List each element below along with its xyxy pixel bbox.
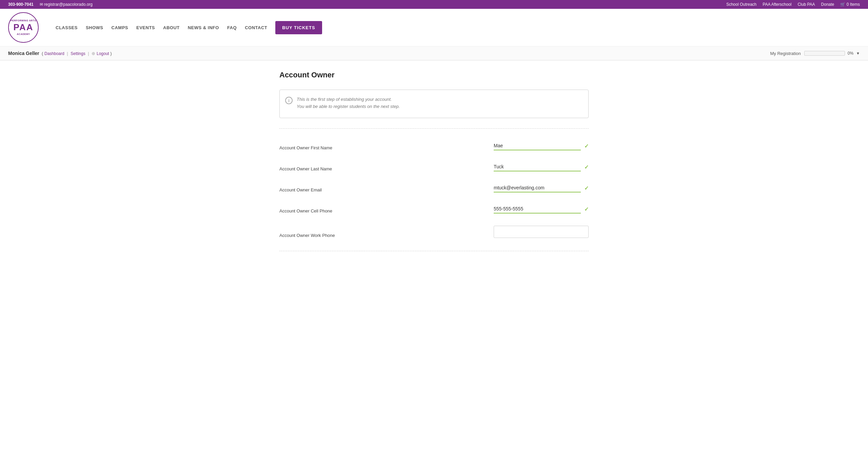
top-bar-left: 303-900-7041 ✉ registrar@paacolorado.org [8,2,93,7]
nav-news-info[interactable]: NEWS & INFO [184,23,222,32]
check-icon-1: ✓ [584,164,589,170]
email-input[interactable] [494,184,581,192]
nav-about[interactable]: ABOUT [160,23,183,32]
cell-phone-input[interactable] [494,205,581,213]
field-wrap-2: ✓ [494,184,589,192]
check-icon-3: ✓ [584,206,589,212]
nav-classes[interactable]: CLASSES [52,23,81,32]
paa-afterschool-link[interactable]: PAA Afterschool [763,2,791,7]
info-next-text: You will be able to register students on… [297,104,581,109]
cart-icon: 🛒 [840,2,845,7]
field-label-1: Account Owner Last Name [279,166,487,171]
form-row-1: Account Owner Last Name✓ [279,156,589,178]
top-bar: 303-900-7041 ✉ registrar@paacolorado.org… [0,0,868,9]
field-wrap-0: ✓ [494,142,589,150]
settings-link[interactable]: Settings [71,51,85,56]
dashboard-link[interactable]: Dashboard [44,51,64,56]
page-title: Account Owner [279,71,589,79]
field-label-0: Account Owner First Name [279,145,487,150]
check-icon-0: ✓ [584,143,589,149]
check-icon-2: ✓ [584,185,589,191]
top-bar-right: School Outreach PAA Afterschool Club PAA… [726,2,860,7]
divider-bottom [279,251,589,251]
nav-faq[interactable]: FAQ [224,23,240,32]
user-bar: Monica Geller ( Dashboard | Settings | ⊕… [0,46,868,60]
cart-link[interactable]: 🛒 0 Items [840,2,860,7]
form-row-3: Account Owner Cell Phone✓ [279,199,589,220]
buy-tickets-button[interactable]: BUY TICKETS [275,21,322,34]
school-outreach-link[interactable]: School Outreach [726,2,756,7]
email-link[interactable]: ✉ registrar@paacolorado.org [40,2,93,7]
progress-percent: 0% [848,51,853,56]
donate-link[interactable]: Donate [821,2,834,7]
logo[interactable]: PERFORMING ARTS PAA ACADEMY [8,12,39,43]
main-content: Account Owner i This is the first step o… [271,60,597,268]
field-label-2: Account Owner Email [279,187,487,192]
nav-events[interactable]: EVENTS [133,23,158,32]
registration-bar: My Registration 0% ▼ [770,51,860,56]
nav-camps[interactable]: CAMPS [108,23,132,32]
last-name-input[interactable] [494,163,581,171]
logout-link[interactable]: Logout [97,51,109,56]
main-nav: CLASSES SHOWS CAMPS EVENTS ABOUT NEWS & … [52,21,860,34]
logo-bottom-text: ACADEMY [17,33,30,36]
nav-shows[interactable]: SHOWS [82,23,107,32]
nav-contact[interactable]: CONTACT [241,23,271,32]
field-wrap-3: ✓ [494,205,589,213]
first-name-input[interactable] [494,142,581,150]
sep2: | [88,51,89,56]
form-row-4: Account Owner Work Phone [279,220,589,244]
field-label-4: Account Owner Work Phone [279,233,487,238]
field-wrap-1: ✓ [494,163,589,171]
club-paa-link[interactable]: Club PAA [797,2,815,7]
work-phone-input[interactable] [494,226,589,238]
registration-label: My Registration [770,51,801,56]
form-row-2: Account Owner Email✓ [279,178,589,199]
form-row-0: Account Owner First Name✓ [279,135,589,156]
username: Monica Geller [8,51,39,56]
field-label-3: Account Owner Cell Phone [279,208,487,213]
info-icon: i [285,97,293,104]
progress-container: 0% ▼ [804,51,860,56]
phone-number: 303-900-7041 [8,2,34,7]
info-box: i This is the first step of establishing… [279,90,589,118]
sep1: | [67,51,68,56]
info-step-text: This is the first step of establishing y… [297,97,581,102]
logo-paa-text: PAA [14,22,34,33]
cart-items: 0 Items [847,2,860,7]
logo-top-text: PERFORMING ARTS [11,19,36,22]
form-fields: Account Owner First Name✓Account Owner L… [279,135,589,244]
progress-bar-wrap [804,51,845,56]
header: PERFORMING ARTS PAA ACADEMY CLASSES SHOW… [0,9,868,46]
email-address: registrar@paacolorado.org [44,2,93,7]
logout-icon: ⊕ [92,51,95,56]
user-info: Monica Geller ( Dashboard | Settings | ⊕… [8,51,112,56]
field-wrap-4 [494,226,589,238]
progress-dropdown-arrow[interactable]: ▼ [856,51,860,55]
logo-circle: PERFORMING ARTS PAA ACADEMY [8,12,39,43]
divider-top [279,128,589,129]
envelope-icon: ✉ [40,2,43,7]
